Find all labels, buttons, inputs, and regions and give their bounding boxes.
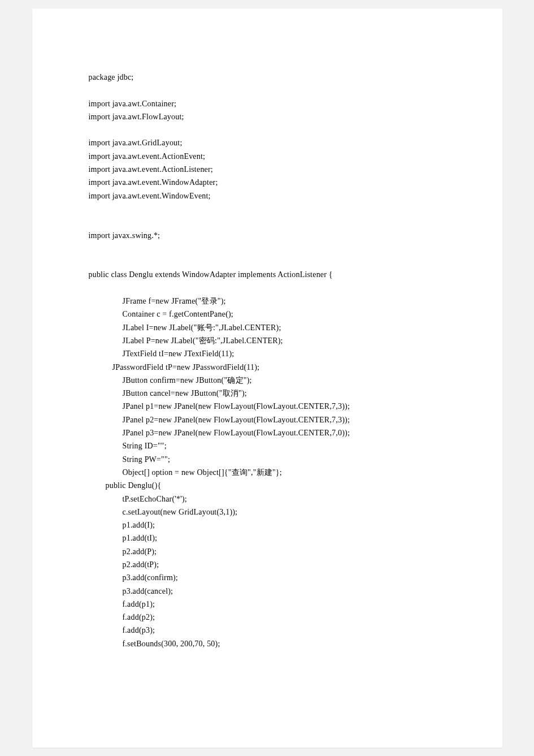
code-line: JFrame f=new JFrame("登录"); — [89, 295, 446, 308]
code-line: JPanel p1=new JPanel(new FlowLayout(Flow… — [89, 400, 446, 413]
code-line: JTextField tI=new JTextField(11); — [89, 347, 446, 360]
document-page: package jdbc;import java.awt.Container;i… — [32, 8, 502, 748]
code-line: c.setLayout(new GridLayout(3,1)); — [89, 506, 446, 519]
code-line: import java.awt.event.ActionEvent; — [89, 150, 446, 163]
code-line: p1.add(tI); — [89, 532, 446, 545]
code-block: package jdbc;import java.awt.Container;i… — [89, 71, 446, 650]
code-line: f.setBounds(300, 200,70, 50); — [89, 637, 446, 650]
code-line: JButton cancel=new JButton("取消"); — [89, 387, 446, 400]
blank-line — [89, 242, 446, 255]
blank-line — [89, 84, 446, 97]
code-line: import java.awt.event.ActionListener; — [89, 163, 446, 176]
code-line: Object[] option = new Object[]{"查询","新建"… — [89, 466, 446, 479]
blank-line — [89, 255, 446, 268]
code-line: import java.awt.event.WindowAdapter; — [89, 176, 446, 189]
code-line: f.add(p1); — [89, 598, 446, 611]
code-line: f.add(p3); — [89, 624, 446, 637]
code-line: JPanel p2=new JPanel(new FlowLayout(Flow… — [89, 413, 446, 426]
code-line: public Denglu(){ — [89, 479, 446, 492]
code-line: JPasswordField tP=new JPasswordField(11)… — [89, 361, 446, 374]
code-line: p2.add(P); — [89, 545, 446, 558]
code-line: import java.awt.FlowLayout; — [89, 110, 446, 123]
blank-line — [89, 123, 446, 136]
code-line: package jdbc; — [89, 71, 446, 84]
code-line: JLabel I=new JLabel("账号:",JLabel.CENTER)… — [89, 321, 446, 334]
code-line: p3.add(confirm); — [89, 571, 446, 584]
code-line: p1.add(I); — [89, 519, 446, 532]
code-line: import java.awt.event.WindowEvent; — [89, 189, 446, 202]
blank-line — [89, 282, 446, 295]
code-line: import java.awt.Container; — [89, 97, 446, 110]
code-line: Container c = f.getContentPane(); — [89, 308, 446, 321]
blank-line — [89, 215, 446, 228]
code-line: import javax.swing.*; — [89, 229, 446, 242]
blank-line — [89, 202, 446, 215]
code-line: String PW=""; — [89, 453, 446, 466]
code-line: tP.setEchoChar('*'); — [89, 493, 446, 506]
code-line: f.add(p2); — [89, 611, 446, 624]
code-line: JPanel p3=new JPanel(new FlowLayout(Flow… — [89, 426, 446, 439]
code-line: String ID=""; — [89, 439, 446, 452]
code-line: import java.awt.GridLayout; — [89, 136, 446, 149]
code-line: public class Denglu extends WindowAdapte… — [89, 268, 446, 281]
code-line: p2.add(tP); — [89, 558, 446, 571]
code-line: JButton confirm=new JButton("确定"); — [89, 374, 446, 387]
code-line: p3.add(cancel); — [89, 585, 446, 598]
code-line: JLabel P=new JLabel("密码:",JLabel.CENTER)… — [89, 334, 446, 347]
